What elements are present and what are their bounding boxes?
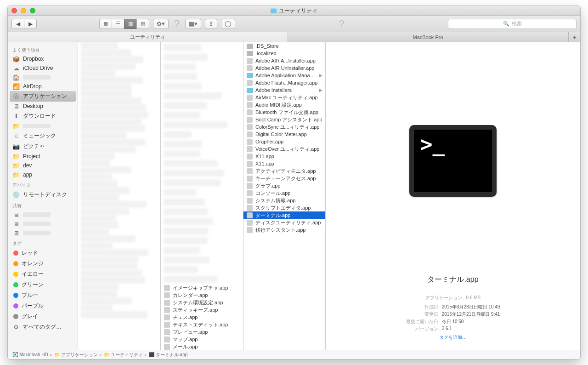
list-item[interactable]: Boot Camp アシスタント.app xyxy=(243,116,325,123)
list-item[interactable]: ColorSync ユ...ィリティ.app xyxy=(243,123,325,131)
list-item[interactable]: Adobe Installers▶ xyxy=(243,86,325,94)
sidebar-item[interactable]: 📁app xyxy=(8,170,78,179)
list-item[interactable]: カレンダー.app xyxy=(161,291,243,299)
sidebar-icon: 📁 xyxy=(12,123,20,129)
list-item[interactable]: Digital Color Meter.app xyxy=(243,131,325,138)
item-label: X11.app xyxy=(255,161,274,166)
list-item[interactable]: Bluetooth ファイル交換.app xyxy=(243,108,325,116)
sidebar-label xyxy=(23,124,51,128)
path-separator: ▸ xyxy=(100,352,102,357)
share-button[interactable]: ⇪ xyxy=(205,19,217,29)
list-item[interactable]: Adobe Flash...Manager.app xyxy=(243,79,325,86)
list-item[interactable]: テキストエディット.app xyxy=(161,321,243,328)
sidebar-tag[interactable]: レッド xyxy=(8,248,78,258)
item-label: .localized xyxy=(255,51,277,56)
list-item[interactable]: Grapher.app xyxy=(243,138,325,145)
list-item[interactable]: キーチェーンアクセス.app xyxy=(243,175,325,182)
sidebar-item[interactable]: ⬇ダウンロード xyxy=(8,111,78,121)
list-item[interactable]: アクティビティモニタ.app xyxy=(243,167,325,175)
sidebar-item[interactable]: 💿リモートディスク xyxy=(8,189,78,200)
path-segment[interactable]: 💽Macintosh HD xyxy=(12,352,48,357)
close-button[interactable] xyxy=(11,8,17,13)
path-label: アプリケーション xyxy=(61,352,98,358)
column-applications[interactable]: イメージキャプチャ.appカレンダー.appシステム環境設定.appスティッキー… xyxy=(161,42,243,350)
sidebar-tag[interactable]: ⚙すべてのタグ… xyxy=(8,322,78,332)
list-item[interactable]: VoiceOver ユ...ィリティ.app xyxy=(243,145,325,153)
arrange-button[interactable]: ✿▾ xyxy=(153,19,169,29)
list-view-button[interactable]: ☰ xyxy=(112,19,124,29)
list-item[interactable]: ディスクユーティリティ.app xyxy=(243,219,325,226)
item-label: Adobe Flash...Manager.app xyxy=(255,80,317,86)
item-label: スティッキーズ.app xyxy=(173,307,218,314)
forward-button[interactable]: ▶ xyxy=(24,19,37,29)
sidebar-item[interactable]: 🖥 xyxy=(8,219,78,228)
tab-utilities[interactable]: ユーティリティ xyxy=(8,32,288,42)
list-item[interactable]: システム環境設定.app xyxy=(161,299,243,306)
list-item[interactable]: ターミナル.app xyxy=(243,211,325,219)
sidebar-item[interactable]: ☁iCloud Drive xyxy=(8,63,78,73)
sidebar-item[interactable]: 📶AirDrop xyxy=(8,82,78,91)
sidebar-item[interactable]: 🖥 xyxy=(8,210,78,219)
sidebar-item[interactable]: 🖥 xyxy=(8,228,78,238)
sidebar-tag[interactable]: グリーン xyxy=(8,279,78,290)
list-item[interactable]: X11.app xyxy=(243,160,325,167)
sidebar-icon: Ⓐ xyxy=(12,93,20,100)
list-item[interactable]: AirMac ユーティリティ.app xyxy=(243,94,325,101)
column-utilities[interactable]: .DS_Store.localizedAdobe AIR A...Install… xyxy=(243,42,326,350)
list-item[interactable]: .DS_Store xyxy=(243,42,325,50)
list-item[interactable]: チェス.app xyxy=(161,314,243,321)
icon-view-button[interactable]: ▦ xyxy=(99,19,112,29)
sidebar-item[interactable]: 🖥Desktop xyxy=(8,102,78,111)
list-item[interactable]: イメージキャプチャ.app xyxy=(161,284,243,291)
list-item[interactable]: Audio MIDI 設定.app xyxy=(243,101,325,108)
sidebar-tag[interactable]: グレイ xyxy=(8,311,78,322)
list-item[interactable]: スクリプトエディタ.app xyxy=(243,204,325,211)
minimize-button[interactable] xyxy=(21,8,26,13)
preview-name: ターミナル.app xyxy=(427,275,478,285)
back-button[interactable]: ◀ xyxy=(11,19,24,29)
tag-label: オレンジ xyxy=(22,260,44,268)
sidebar-item[interactable]: 📁Project xyxy=(8,152,78,161)
list-item[interactable]: マップ.app xyxy=(161,336,243,343)
list-item[interactable]: X11.app xyxy=(243,153,325,160)
sidebar-item[interactable]: ♫ミュージック xyxy=(8,131,78,141)
list-item[interactable]: Adobe AIR Uninstaller.app xyxy=(243,64,325,72)
list-item[interactable]: プレビュー.app xyxy=(161,328,243,336)
sidebar-item[interactable]: 🏠 xyxy=(8,73,78,82)
gallery-view-button[interactable]: ▤ xyxy=(136,19,149,29)
sidebar-item[interactable]: 📦Dropbox xyxy=(8,54,78,63)
sidebar-item[interactable]: 📁 xyxy=(8,121,78,131)
path-segment[interactable]: ⬛ターミナル.app xyxy=(149,352,187,358)
search-field[interactable]: 🔍 検索 xyxy=(448,19,577,29)
add-tag-link[interactable]: タグを追加… xyxy=(439,334,467,341)
path-segment[interactable]: 📁ユーティリティ xyxy=(104,352,143,358)
sidebar-item[interactable]: 📷ピクチャ xyxy=(8,141,78,152)
grid-button[interactable]: ▦▾ xyxy=(185,19,201,29)
list-item[interactable]: .localized xyxy=(243,50,325,57)
path-segment[interactable]: 📁アプリケーション xyxy=(54,352,98,358)
list-item[interactable]: メール.app xyxy=(161,343,243,350)
tags-button[interactable]: ◯ xyxy=(221,19,235,29)
sidebar-item[interactable]: 📁dev xyxy=(8,161,78,170)
list-item[interactable]: Adobe AIR A...Installer.app xyxy=(243,57,325,64)
sidebar-label: Dropbox xyxy=(23,56,44,62)
tab-macbookpro[interactable]: MacBook Pro xyxy=(288,32,568,42)
list-item[interactable]: コンソール.app xyxy=(243,189,325,197)
list-item[interactable]: スティッキーズ.app xyxy=(161,306,243,314)
sidebar-tag[interactable]: イエロー xyxy=(8,269,78,279)
app-icon xyxy=(164,292,170,298)
list-item[interactable]: 移行アシスタント.app xyxy=(243,226,325,234)
zoom-button[interactable] xyxy=(30,8,35,13)
sidebar-tag[interactable]: パープル xyxy=(8,301,78,311)
app-icon xyxy=(246,117,253,123)
sidebar-icon: 📁 xyxy=(12,171,20,178)
column-view-button[interactable]: ▥ xyxy=(124,19,137,29)
sidebar-item[interactable]: Ⓐアプリケーション xyxy=(10,91,76,102)
sidebar-tag[interactable]: オレンジ xyxy=(8,258,78,269)
sidebar-tag[interactable]: ブルー xyxy=(8,290,78,301)
sidebar-icon: 📁 xyxy=(12,153,20,160)
list-item[interactable]: グラブ.app xyxy=(243,182,325,189)
list-item[interactable]: システム情報.app xyxy=(243,197,325,204)
add-tab-button[interactable]: + xyxy=(568,32,580,42)
list-item[interactable]: Adobe Application Manager▶ xyxy=(243,72,325,79)
